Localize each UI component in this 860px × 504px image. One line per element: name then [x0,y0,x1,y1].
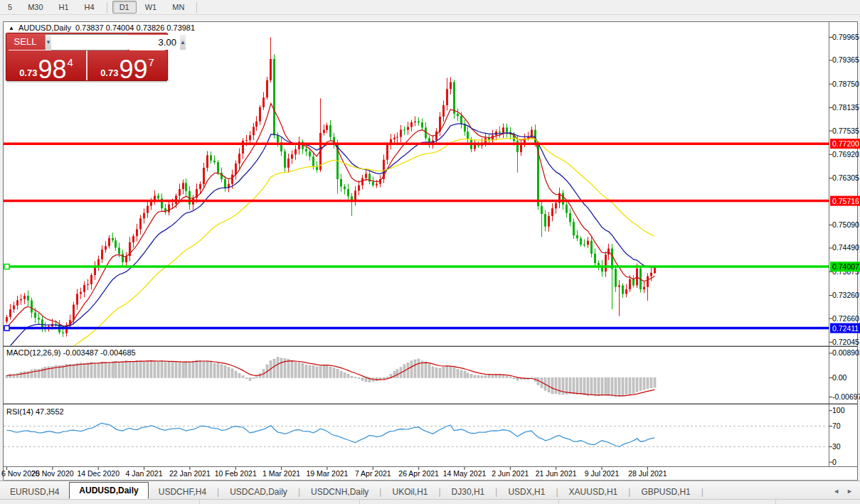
bear-candle [284,151,286,168]
strip-mark [558,500,559,504]
bull-candle [136,229,138,236]
svg-text:30: 30 [832,442,841,451]
rsi-label: RSI(14) 47.3552 [6,407,64,416]
price-line-label-0.75716: 0.75716 [830,196,860,206]
svg-text:22 Jan 2021: 22 Jan 2021 [169,469,211,478]
bear-candle [499,132,501,133]
bull-candle [625,289,627,294]
bull-candle [607,249,610,255]
bear-candle [305,149,307,151]
tab-usdchf-h4[interactable]: USDCHF,H4 [149,484,216,499]
chart-symbol-label: AUDUSD,Daily [18,23,71,32]
bull-candle [6,317,8,322]
bear-candle [418,122,420,123]
bear-candle [460,116,462,124]
svg-text:4 Jan 2021: 4 Jan 2021 [126,469,163,478]
bull-candle [446,89,448,105]
bear-candle [31,301,33,313]
svg-text:0.77200: 0.77200 [832,139,859,148]
svg-text:0.00: 0.00 [832,373,847,382]
sell-price-pip-digit: 4 [68,57,73,68]
bear-candle [583,245,585,245]
svg-text:25 Nov 2020: 25 Nov 2020 [31,469,74,478]
bull-candle [255,122,258,127]
bear-candle [598,263,600,265]
bull-candle [101,250,103,259]
bull-candle [87,284,89,285]
svg-text:2 Jun 2021: 2 Jun 2021 [492,469,529,478]
bull-candle [551,208,553,216]
bear-candle [309,151,311,156]
bull-candle [16,300,18,305]
bull-candle [132,236,134,242]
strip-mark [199,500,200,504]
sell-price-display[interactable]: 0.73 98 4 [6,50,86,83]
svg-text:70: 70 [832,422,841,430]
volume-decrease-button[interactable]: ▼ [46,35,51,50]
bear-candle [506,127,508,132]
tab-scroll-left-icon[interactable]: ◄ [833,488,839,495]
svg-text:0.72045: 0.72045 [832,338,859,346]
bull-candle [393,138,396,139]
tab-audusd-daily[interactable]: AUDUSD,Daily [69,482,148,499]
bull-candle [326,125,328,130]
bull-candle [245,140,248,141]
bear-candle [185,183,187,191]
bull-candle [450,82,452,90]
bear-candle [312,156,314,166]
sell-button[interactable]: SELL [6,33,44,50]
svg-text:0.79965: 0.79965 [832,33,859,41]
bull-candle [555,203,557,208]
bull-candle [291,154,293,159]
bull-candle [105,246,107,250]
tab-dj30-h1[interactable]: DJ30,H1 [442,484,495,499]
collapse-triangle-icon[interactable]: ▲ [9,25,14,31]
bear-candle [329,125,331,137]
tab-usdcnh-daily[interactable]: USDCNH,Daily [301,484,378,499]
bear-candle [453,82,455,114]
svg-text:-0.006977: -0.006977 [832,392,860,401]
buy-price-display[interactable]: 0.73 99 7 [87,50,167,83]
symbol-tab-bar: EURUSD,H4AUDUSD,DailyUSDCHF,H4|USDCAD,Da… [0,481,860,499]
tab-gbpusd-h1[interactable]: GBPUSD,H1 [631,484,700,499]
bull-candle [407,127,409,130]
volume-spinner: ▼ ▲ [45,34,127,50]
svg-text:0.79365: 0.79365 [832,55,859,64]
tab-usdcad-daily[interactable]: USDCAD,Daily [220,484,297,499]
svg-text:0.74490: 0.74490 [832,243,859,252]
bull-candle [20,299,22,301]
bear-candle [632,279,635,286]
bull-candle [629,279,631,289]
buy-button[interactable]: BUY [127,33,167,50]
bull-candle [108,238,110,246]
bear-candle [112,238,114,240]
svg-text:19 Mar 2021: 19 Mar 2021 [306,469,348,478]
bull-candle [376,184,378,186]
tab-divider: | [701,487,704,499]
bear-candle [576,235,578,238]
bear-candle [594,254,596,263]
svg-text:28 Jul 2021: 28 Jul 2021 [628,469,667,478]
volume-increase-button[interactable]: ▲ [180,35,186,50]
bear-candle [403,129,405,130]
bull-candle [231,175,233,184]
tab-xauusd-h1[interactable]: XAUUSD,H1 [559,484,628,499]
svg-text:0.76920: 0.76920 [832,150,859,159]
bull-candle [76,294,78,304]
bear-candle [217,162,219,173]
tab-scroll-right-icon[interactable]: ► [846,488,853,495]
bear-candle [562,193,564,205]
svg-text:0.72660: 0.72660 [832,314,859,323]
tab-eurusd-h4[interactable]: EURUSD,H4 [0,484,69,499]
svg-text:0: 0 [832,458,837,466]
price-line-label-0.72411: 0.72411 [830,323,860,333]
bear-candle [590,241,593,254]
bear-candle [622,286,624,294]
tab-usdx-h1[interactable]: USDX,H1 [498,484,555,499]
bull-candle [73,305,75,321]
tab-ukoil-h1[interactable]: UKOil,H1 [382,484,437,499]
bull-candle [650,273,652,277]
price-line-label-0.77200: 0.77200 [830,139,860,149]
macd-label: MACD(12,26,9) -0.003487 -0.004685 [6,348,136,357]
bear-candle [277,135,279,142]
